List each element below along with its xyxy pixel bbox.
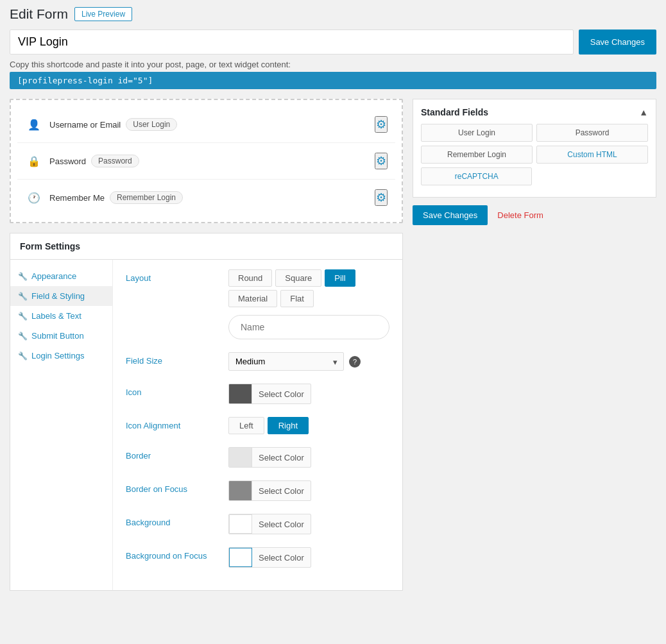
page-title: Edit Form xyxy=(10,6,68,22)
icon-color-label: Select Color xyxy=(252,389,311,399)
border-color-button[interactable]: Select Color xyxy=(228,447,311,468)
sidebar-item-label-field: Field & Styling xyxy=(31,291,85,301)
border-label: Border xyxy=(126,447,228,461)
field-chip-customhtml[interactable]: Custom HTML xyxy=(536,146,648,164)
field-label-remember: Remember Me xyxy=(49,193,105,203)
border-focus-color-button[interactable]: Select Color xyxy=(228,480,311,501)
icon-row: Icon Select Color xyxy=(126,384,389,404)
background-focus-row: Background on Focus Select Color xyxy=(126,547,389,568)
layout-btn-flat[interactable]: Flat xyxy=(280,290,314,307)
background-row: Background Select Color xyxy=(126,514,389,534)
form-name-row: Save Changes xyxy=(10,30,656,55)
layout-btn-round[interactable]: Round xyxy=(228,269,272,287)
layout-control: Round Square Pill Material Flat xyxy=(228,269,389,339)
icon-color-swatch xyxy=(229,384,252,403)
sidebar-item-field-styling[interactable]: 🔧 Field & Styling xyxy=(10,286,112,306)
sidebar-item-appearance[interactable]: 🔧 Appearance xyxy=(10,266,112,286)
layout-btn-pill[interactable]: Pill xyxy=(325,269,355,287)
field-chip-recaptcha[interactable]: reCAPTCHA xyxy=(421,167,532,185)
align-btn-left[interactable]: Left xyxy=(228,417,264,434)
wrench-icon-field: 🔧 xyxy=(18,292,28,301)
layout-btn-square[interactable]: Square xyxy=(275,269,321,287)
left-column: 👤 Username or Email User Login ⚙ 🔒 Passw… xyxy=(10,99,403,591)
panel-collapse-button[interactable]: ▲ xyxy=(639,107,648,117)
background-control: Select Color xyxy=(228,514,389,534)
field-chip-password[interactable]: Password xyxy=(536,124,648,142)
field-chip-remember[interactable]: Remember Login xyxy=(421,146,533,164)
background-focus-color-label: Select Color xyxy=(252,553,311,563)
border-focus-color-swatch xyxy=(229,481,252,500)
standard-fields-header: Standard Fields ▲ xyxy=(421,107,648,117)
layout-btn-material[interactable]: Material xyxy=(228,290,277,307)
field-size-select[interactable]: Small Medium Large xyxy=(228,352,344,371)
sidebar-item-labels[interactable]: 🔧 Labels & Text xyxy=(10,306,112,326)
field-size-control: Small Medium Large ? xyxy=(228,352,389,371)
standard-fields-panel: Standard Fields ▲ User Login Password Re… xyxy=(413,99,656,198)
sidebar-item-login[interactable]: 🔧 Login Settings xyxy=(10,346,112,366)
table-row: 🔒 Password Password ⚙ xyxy=(17,143,395,180)
main-layout: 👤 Username or Email User Login ⚙ 🔒 Passw… xyxy=(10,99,656,591)
page-wrapper: Edit Form Live Preview Save Changes Copy… xyxy=(0,0,666,597)
field-tag-password: Password xyxy=(91,155,139,167)
icon-label: Icon xyxy=(126,384,228,397)
border-focus-color-label: Select Color xyxy=(252,486,311,496)
border-color-swatch xyxy=(229,448,252,467)
background-label: Background xyxy=(126,514,228,527)
field-label-username: Username or Email xyxy=(49,120,121,130)
wrench-icon-login: 🔧 xyxy=(18,352,28,360)
settings-nav: 🔧 Appearance 🔧 Field & Styling 🔧 Labels … xyxy=(10,260,113,590)
sidebar-item-label-appearance: Appearance xyxy=(31,271,76,281)
field-settings-button-2[interactable]: ⚙ xyxy=(375,153,388,169)
align-btn-right[interactable]: Right xyxy=(268,417,309,434)
field-tag-remember: Remember Login xyxy=(110,191,183,204)
layout-buttons: Round Square Pill Material Flat xyxy=(228,269,389,307)
wrench-icon-labels: 🔧 xyxy=(18,312,28,321)
standard-fields-title: Standard Fields xyxy=(421,107,488,117)
layout-label: Layout xyxy=(126,269,228,283)
form-builder: 👤 Username or Email User Login ⚙ 🔒 Passw… xyxy=(10,99,403,223)
fields-grid: User Login Password Remember Login Custo… xyxy=(421,124,648,164)
background-color-label: Select Color xyxy=(252,520,311,529)
sidebar-item-submit[interactable]: 🔧 Submit Button xyxy=(10,326,112,346)
icon-alignment-label: Icon Alignment xyxy=(126,417,228,430)
border-focus-control: Select Color xyxy=(228,480,389,501)
delete-form-link[interactable]: Delete Form xyxy=(497,210,543,220)
border-focus-label: Border on Focus xyxy=(126,480,228,494)
border-control: Select Color xyxy=(228,447,389,468)
wrench-icon-appearance: 🔧 xyxy=(18,272,28,281)
shortcode-label: Copy this shortcode and paste it into yo… xyxy=(10,60,656,69)
background-focus-control: Select Color xyxy=(228,547,389,568)
background-focus-color-swatch xyxy=(229,548,252,567)
background-focus-label: Background on Focus xyxy=(126,547,228,561)
icon-control: Select Color xyxy=(228,384,389,404)
form-settings-panel: Form Settings 🔧 Appearance 🔧 Field & Sty… xyxy=(10,233,403,591)
icon-color-button[interactable]: Select Color xyxy=(228,384,311,404)
right-column: Standard Fields ▲ User Login Password Re… xyxy=(413,99,656,591)
form-settings-title: Form Settings xyxy=(20,241,80,251)
wrench-icon-submit: 🔧 xyxy=(18,332,28,341)
border-row: Border Select Color xyxy=(126,447,389,468)
border-focus-row: Border on Focus Select Color xyxy=(126,480,389,501)
single-fields-row: reCAPTCHA xyxy=(421,167,648,189)
live-preview-button[interactable]: Live Preview xyxy=(74,7,132,21)
save-changes-top-button[interactable]: Save Changes xyxy=(579,30,656,55)
clock-icon: 🕐 xyxy=(25,189,43,207)
table-row: 👤 Username or Email User Login ⚙ xyxy=(17,106,395,143)
layout-row: Layout Round Square Pill Material Flat xyxy=(126,269,389,339)
field-label-password: Password xyxy=(49,157,86,166)
align-buttons: Left Right xyxy=(228,417,389,434)
shortcode-box[interactable]: [profilepress-login id="5"] xyxy=(10,72,656,89)
field-settings-button-1[interactable]: ⚙ xyxy=(375,116,388,133)
field-settings-button-3[interactable]: ⚙ xyxy=(375,189,388,206)
form-name-input[interactable] xyxy=(10,30,574,55)
background-color-button[interactable]: Select Color xyxy=(228,514,311,534)
user-icon: 👤 xyxy=(25,115,43,133)
field-chip-userlogin[interactable]: User Login xyxy=(421,124,533,142)
page-header: Edit Form Live Preview xyxy=(10,6,656,22)
background-focus-color-button[interactable]: Select Color xyxy=(228,547,311,568)
form-settings-body: 🔧 Appearance 🔧 Field & Styling 🔧 Labels … xyxy=(10,260,402,590)
sidebar-item-label-submit: Submit Button xyxy=(31,331,84,341)
border-color-label: Select Color xyxy=(252,453,311,462)
save-changes-button[interactable]: Save Changes xyxy=(413,205,488,225)
background-color-swatch xyxy=(229,514,252,534)
